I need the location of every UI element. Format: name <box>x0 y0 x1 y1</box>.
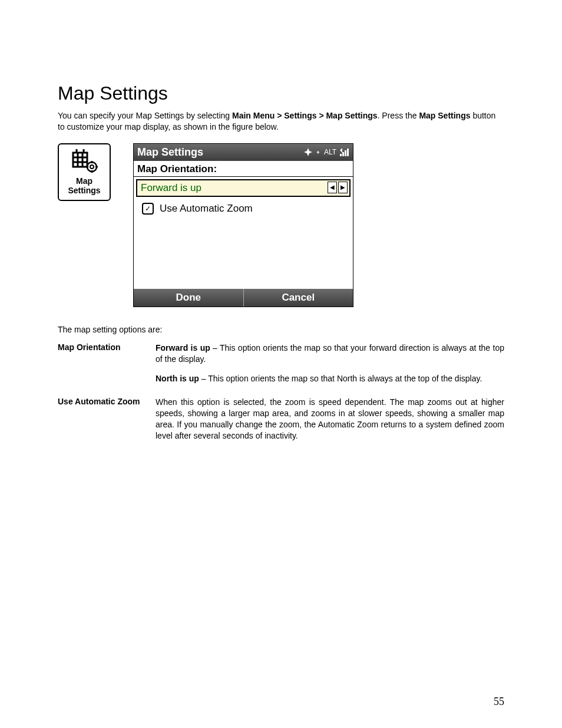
auto-zoom-label: Use Automatic Zoom <box>160 203 253 215</box>
alt-label: ALT <box>324 148 336 156</box>
checkbox-checked-icon[interactable]: ✓ <box>142 203 154 215</box>
map-gear-icon <box>71 148 98 174</box>
tile-line1: Map <box>76 176 92 186</box>
option-body-autozoom: When this option is selected, the zoom i… <box>156 397 504 442</box>
page-heading: Map Settings <box>58 83 504 104</box>
map-settings-icon-tile[interactable]: Map Settings <box>58 143 111 201</box>
gps-icon <box>304 148 312 156</box>
tile-line2: Settings <box>68 186 100 195</box>
cancel-button[interactable]: Cancel <box>243 289 353 307</box>
arrow-right-icon[interactable]: ▶ <box>338 182 348 193</box>
svg-rect-16 <box>345 150 346 156</box>
auto-zoom-row[interactable]: ✓ Use Automatic Zoom <box>134 199 353 218</box>
option-label-autozoom: Use Automatic Zoom <box>58 397 152 442</box>
svg-rect-0 <box>73 153 87 167</box>
svg-rect-17 <box>347 149 349 156</box>
svg-rect-15 <box>342 152 344 156</box>
north-is-up-bold: North is up <box>156 374 199 383</box>
device-screen: Map Settings ᛭ ALT Map Orientation: <box>133 143 353 307</box>
north-is-up-text: – This option orients the map so that No… <box>199 374 482 383</box>
svg-point-7 <box>87 162 97 172</box>
status-icons: ᛭ ALT <box>304 148 349 157</box>
intro-menu-path: Main Menu > Settings > Map Settings <box>232 111 378 120</box>
autozoom-text: When this option is selected, the zoom i… <box>156 397 504 440</box>
screen-title: Map Settings <box>137 146 203 159</box>
intro-bold2: Map Settings <box>419 111 470 120</box>
orientation-selected-value: Forward is up <box>137 180 326 196</box>
screen-empty-area <box>134 218 353 289</box>
arrow-left-icon[interactable]: ◀ <box>328 182 337 193</box>
bluetooth-icon: ᛭ <box>316 148 320 157</box>
tile-label: Map Settings <box>59 176 110 195</box>
map-orientation-label: Map Orientation: <box>134 161 353 177</box>
orientation-selector[interactable]: Forward is up ◀ ▶ <box>136 179 351 197</box>
option-label-orientation: Map Orientation <box>58 342 152 384</box>
svg-marker-18 <box>340 148 342 153</box>
done-button[interactable]: Done <box>134 289 243 307</box>
options-table: Map Orientation Forward is up – This opt… <box>58 342 504 442</box>
signal-icon <box>340 148 349 156</box>
intro-mid: . Press the <box>378 111 419 120</box>
intro-paragraph: You can specify your Map Settings by sel… <box>58 110 504 133</box>
screen-titlebar: Map Settings ᛭ ALT <box>134 144 353 161</box>
svg-marker-13 <box>304 148 312 156</box>
svg-rect-14 <box>340 154 342 156</box>
options-intro: The map setting options are: <box>58 325 504 334</box>
screen-bottom-bar: Done Cancel <box>134 289 353 307</box>
forward-is-up-bold: Forward is up <box>156 343 210 353</box>
option-body-orientation: Forward is up – This option orients the … <box>156 342 504 384</box>
intro-pre: You can specify your Map Settings by sel… <box>58 111 232 120</box>
selector-arrows: ◀ ▶ <box>326 180 349 196</box>
page-number: 55 <box>494 696 504 708</box>
